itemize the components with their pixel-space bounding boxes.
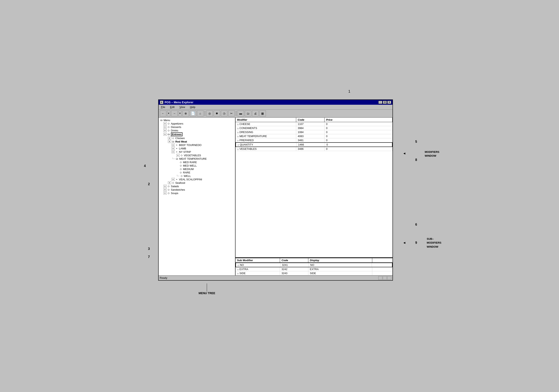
expand-entrees[interactable]: + (163, 133, 167, 136)
th-sub-display: Display (308, 258, 372, 262)
forward-dropdown-button[interactable]: ▼ (178, 110, 182, 117)
tree-label-beef-tournedo: BEEF TOURNEDO (179, 144, 202, 146)
tree-item-veal-scaloppini[interactable]: + ▪ VEAL SCALOPPINI (171, 178, 235, 181)
expand-beef-tournedo[interactable]: + (172, 144, 175, 146)
tree-item-seafood[interactable]: + ◇ Seafood (167, 181, 235, 185)
home-button[interactable]: ⌂ (197, 110, 204, 117)
globe-button[interactable]: ◎ (206, 110, 213, 117)
sub-code-no: 3241 (280, 263, 309, 267)
folder-button[interactable]: 🗂 (245, 110, 251, 117)
tree-item-well[interactable]: └─ ◇ WELL (177, 174, 235, 178)
grid-button[interactable]: ▦ (259, 110, 266, 117)
menu-help[interactable]: Help (189, 105, 196, 109)
diamond-icon: ◇ (237, 127, 239, 129)
expand-veal[interactable]: + (172, 178, 175, 181)
tree-item-ny-strip[interactable]: + ▪ NY STRIP (171, 150, 235, 154)
print-button[interactable]: 🖨 (252, 110, 259, 117)
expand-vegetables[interactable]: + (177, 154, 180, 157)
th-modifier-price: Price (325, 118, 392, 122)
close-button[interactable]: ✕ (387, 101, 391, 104)
maximize-button[interactable]: ⊡ (383, 101, 387, 104)
modifier-cheese: ◇CHEESE (235, 122, 296, 126)
expand-soups[interactable]: + (163, 192, 167, 194)
price-vegetables: 0 (325, 147, 392, 151)
expand-desserts[interactable]: + (163, 126, 167, 128)
diamond-icon-well: ◇ (180, 174, 183, 177)
minimize-button[interactable]: □ (378, 101, 382, 104)
diamond-icon-sandwiches: ◇ (167, 188, 170, 191)
expand-lamb[interactable]: + (172, 147, 175, 150)
diamond-icon: ◇ (237, 139, 239, 142)
modifier-row-prepared[interactable]: ◇PREPARED 3481 0 (235, 138, 392, 142)
menu-view[interactable]: View (179, 105, 186, 109)
tree-item-salads[interactable]: + ◇ Salads (163, 185, 235, 188)
sub-row-no[interactable]: ◇NO 3241 NO (235, 263, 392, 267)
tree-item-entrees[interactable]: + 🗂 Entrees (163, 132, 235, 137)
square-icon-ny-strip: ▪ (175, 150, 178, 153)
modifier-row-quantity[interactable]: ◇QUANTITY 1466 0 (235, 142, 392, 147)
expand-seafood[interactable]: + (168, 181, 171, 184)
stop-button[interactable]: ⊗ (183, 110, 189, 117)
tree-label-appetizers: Appetizers (171, 122, 183, 125)
tree-label-med-rare: MED RARE (183, 161, 197, 164)
modifier-row-cheese[interactable]: ◇CHEESE 1107 0 (235, 122, 392, 126)
tree-item-meat-temperature[interactable]: └─ 🗂 MEAT TEMPERATURE (172, 157, 235, 161)
scissors-button[interactable]: ✂ (228, 110, 235, 117)
modifier-dressing: ◇DRESSING (235, 130, 296, 134)
tree-item-lamb[interactable]: + ▪ LAMB (171, 147, 235, 150)
code-prepared: 3481 (296, 138, 325, 142)
tree-item-drinks[interactable]: + ◇ Drinks (163, 129, 235, 132)
code-meat-temperature: 4083 (296, 134, 325, 138)
tree-item-menu[interactable]: 🗂 Menu (160, 119, 235, 122)
sub-row-extra[interactable]: ◇EXTRA 3242 EXTRA (235, 267, 392, 271)
tree-label-drinks: Drinks (171, 129, 178, 132)
modifier-row-condiments[interactable]: ◇CONDIMENTS 3984 0 (235, 126, 392, 130)
tree-label-sandwiches: Sandwiches (171, 188, 185, 191)
diamond-icon-soups: ◇ (167, 192, 170, 194)
tree-label-lamb: LAMB (179, 147, 186, 150)
tree-item-appetizers[interactable]: + ◇ Appetizers (163, 122, 235, 125)
diamond-icon-medium: ◇ (179, 168, 183, 170)
title-bar-controls: □ ⊡ ✕ (378, 101, 391, 104)
expand-drinks[interactable]: + (163, 129, 167, 132)
document-button[interactable]: 📄 (190, 110, 196, 117)
tree-item-vegetables[interactable]: + ◇ VEGETABLES (176, 154, 235, 157)
tree-item-red-meat[interactable]: + 🗂 Red Meat (167, 140, 235, 143)
sub-row-side[interactable]: ◇SIDE 3243 SIDE (235, 271, 392, 275)
expand-appetizers[interactable]: + (163, 122, 167, 125)
modifiers-arrow: ◄ (403, 152, 406, 155)
tree-item-chicken[interactable]: + ◇ Chicken (167, 137, 235, 140)
tree-item-soups[interactable]: + ◇ Soups (163, 191, 235, 195)
tree-item-sandwiches[interactable]: + ◇ Sandwiches (163, 188, 235, 191)
modifier-condiments: ◇CONDIMENTS (235, 126, 296, 130)
monitor-button[interactable]: ▬ (238, 110, 244, 117)
back-dropdown-button[interactable]: ▼ (167, 110, 170, 117)
expand-ny-strip[interactable]: + (172, 150, 175, 153)
modifier-row-dressing[interactable]: ◇DRESSING 1084 0 (235, 130, 392, 134)
sub-modifiers-arrow: ◄ (403, 241, 406, 245)
tree-item-medium[interactable]: ◇ MEDIUM (179, 167, 235, 171)
diamond-icon: ◇ (238, 264, 239, 266)
modifier-row-meat-temperature[interactable]: ◇MEAT TEMPERATURE 4083 0 (235, 134, 392, 138)
expand-chicken[interactable]: + (168, 137, 171, 139)
tree-item-med-rare[interactable]: ◇ MED RARE (179, 161, 235, 164)
expand-sandwiches[interactable]: + (163, 188, 167, 191)
tree-item-med-well[interactable]: ◇ MED WELL (179, 164, 235, 167)
asterisk-button[interactable]: ✱ (214, 110, 220, 117)
tree-item-rare[interactable]: ◇ RARE (179, 171, 235, 174)
forward-button[interactable]: → (171, 110, 178, 117)
expand-red-meat[interactable]: + (168, 140, 171, 143)
sub-modifiers-section: Sub Modifier Code Display ◇NO 3241 NO (235, 258, 392, 275)
clock-button[interactable]: ◷ (221, 110, 227, 117)
toolbar: ← ▼ → ▼ ⊗ 📄 ⌂ ◎ ✱ ◷ ✂ ▬ 🗂 🖨 ▦ (158, 109, 392, 118)
tree-item-beef-tournedo[interactable]: + ▪ BEEF TOURNEDO (171, 143, 235, 147)
menu-file[interactable]: File (160, 105, 166, 109)
menu-edit[interactable]: Edit (169, 105, 175, 109)
modifier-row-vegetables[interactable]: ◇VEGETABLES 3486 0 (235, 147, 392, 151)
tree-item-desserts[interactable]: + ◇ Desserts (163, 125, 235, 129)
expand-salads[interactable]: + (163, 185, 167, 188)
diamond-icon: ◇ (237, 131, 239, 133)
sub-modifier-extra: ◇EXTRA (235, 267, 280, 271)
back-button[interactable]: ← (160, 110, 166, 117)
tree-label-ny-strip: NY STRIP (179, 150, 191, 154)
